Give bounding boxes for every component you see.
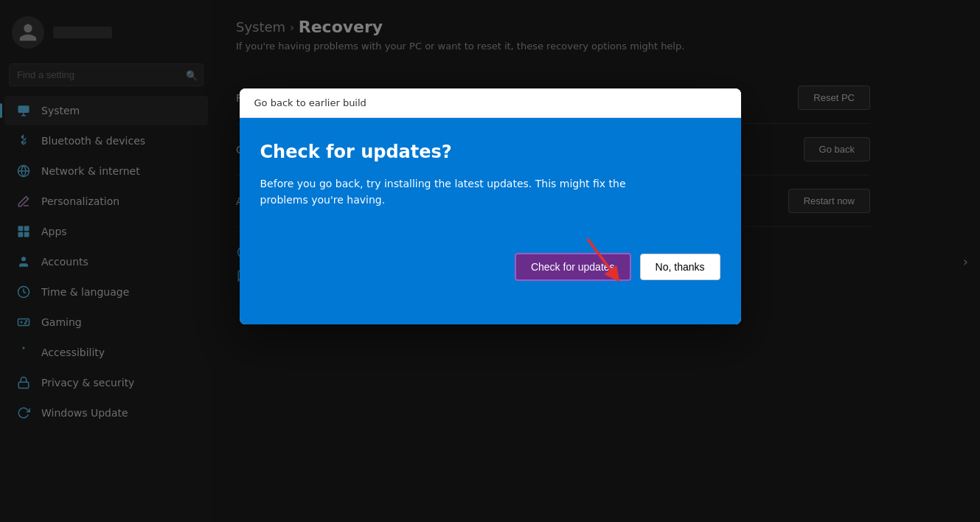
dialog-body: Check for updates? Before you go back, t… — [240, 118, 741, 324]
no-thanks-button[interactable]: No, thanks — [640, 254, 720, 280]
dialog-container: Go back to earlier build Check for updat… — [240, 88, 741, 324]
check-for-updates-button[interactable]: Check for updates — [515, 253, 631, 281]
main-content: System › Recovery If you're having probl… — [212, 0, 980, 522]
dialog-overlay: Go back to earlier build Check for updat… — [212, 0, 980, 522]
dialog-title-bar: Go back to earlier build — [240, 88, 741, 118]
dialog-heading: Check for updates? — [260, 142, 720, 162]
dialog-text: Before you go back, try installing the l… — [260, 175, 644, 209]
dialog-buttons: Check for updates No, thanks — [260, 253, 720, 281]
